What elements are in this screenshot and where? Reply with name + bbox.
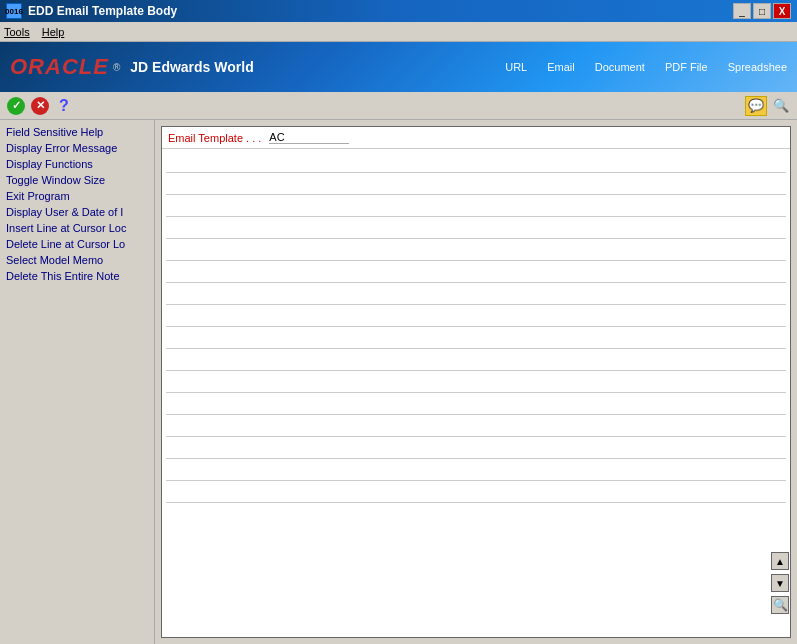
text-line[interactable] xyxy=(166,459,786,481)
sidebar-item-delete-line[interactable]: Delete Line at Cursor Lo xyxy=(2,236,152,252)
help-button[interactable]: ? xyxy=(54,96,74,116)
text-line[interactable] xyxy=(166,327,786,349)
sidebar-item-display-functions[interactable]: Display Functions xyxy=(2,156,152,172)
text-line[interactable] xyxy=(166,415,786,437)
sidebar-item-display-error-message[interactable]: Display Error Message xyxy=(2,140,152,156)
nav-email[interactable]: Email xyxy=(547,61,575,73)
text-line[interactable] xyxy=(166,239,786,261)
text-line[interactable] xyxy=(166,283,786,305)
text-line[interactable] xyxy=(166,349,786,371)
close-button[interactable]: X xyxy=(773,3,791,19)
sidebar-item-exit-program[interactable]: Exit Program xyxy=(2,188,152,204)
menu-tools[interactable]: Tools xyxy=(4,26,30,38)
form-section: Email Template . . . xyxy=(161,126,791,638)
text-line[interactable] xyxy=(166,195,786,217)
email-template-label: Email Template . . . xyxy=(168,132,261,144)
minimize-button[interactable]: _ xyxy=(733,3,751,19)
sidebar-item-display-user-date[interactable]: Display User & Date of I xyxy=(2,204,152,220)
jde-text: JD Edwards World xyxy=(130,59,253,75)
app-icon: 0016 xyxy=(6,3,22,19)
sidebar-item-field-sensitive-help[interactable]: Field Sensitive Help xyxy=(2,124,152,140)
nav-spreadsheet[interactable]: Spreadshee xyxy=(728,61,787,73)
menu-bar: Tools Help xyxy=(0,22,797,42)
top-right-icons: 💬 🔍 xyxy=(745,96,791,116)
email-template-input[interactable] xyxy=(269,131,349,144)
registered-mark: ® xyxy=(113,62,120,73)
oracle-header: ORACLE ® JD Edwards World URL Email Docu… xyxy=(0,42,797,92)
nav-url[interactable]: URL xyxy=(505,61,527,73)
email-template-row: Email Template . . . xyxy=(162,127,790,149)
oracle-logo: ORACLE ® JD Edwards World xyxy=(10,54,254,80)
text-line[interactable] xyxy=(166,173,786,195)
text-line[interactable] xyxy=(166,437,786,459)
confirm-button[interactable]: ✓ xyxy=(6,96,26,116)
question-icon: ? xyxy=(59,97,69,115)
main-container: Field Sensitive Help Display Error Messa… xyxy=(0,120,797,644)
cancel-button[interactable]: ✕ xyxy=(30,96,50,116)
menu-help[interactable]: Help xyxy=(42,26,65,38)
sidebar-item-delete-entire-note[interactable]: Delete This Entire Note xyxy=(2,268,152,284)
text-line[interactable] xyxy=(166,261,786,283)
text-lines-container xyxy=(162,149,790,505)
zoom-button[interactable]: 🔍 xyxy=(771,596,789,614)
toolbar: ✓ ✕ ? 💬 🔍 xyxy=(0,92,797,120)
text-line[interactable] xyxy=(166,371,786,393)
check-icon: ✓ xyxy=(7,97,25,115)
scroll-down-button[interactable]: ▼ xyxy=(771,574,789,592)
title-bar: 0016 EDD Email Template Body _ □ X xyxy=(0,0,797,22)
x-icon: ✕ xyxy=(31,97,49,115)
window-controls: _ □ X xyxy=(733,3,791,19)
oracle-text: ORACLE xyxy=(10,54,109,80)
nav-document[interactable]: Document xyxy=(595,61,645,73)
chat-icon[interactable]: 💬 xyxy=(745,96,767,116)
content-area: Email Template . . . xyxy=(155,120,797,644)
text-line[interactable] xyxy=(166,305,786,327)
sidebar-item-insert-line[interactable]: Insert Line at Cursor Loc xyxy=(2,220,152,236)
sidebar-item-toggle-window-size[interactable]: Toggle Window Size xyxy=(2,172,152,188)
window-title: EDD Email Template Body xyxy=(28,4,177,18)
sidebar-item-select-model-memo[interactable]: Select Model Memo xyxy=(2,252,152,268)
right-scroll-buttons: ▲ ▼ 🔍 xyxy=(771,552,789,614)
search-icon[interactable]: 🔍 xyxy=(771,96,791,116)
header-nav: URL Email Document PDF File Spreadshee xyxy=(505,61,787,73)
scroll-up-button[interactable]: ▲ xyxy=(771,552,789,570)
nav-pdf[interactable]: PDF File xyxy=(665,61,708,73)
text-line[interactable] xyxy=(166,393,786,415)
sidebar: Field Sensitive Help Display Error Messa… xyxy=(0,120,155,644)
maximize-button[interactable]: □ xyxy=(753,3,771,19)
text-line[interactable] xyxy=(166,217,786,239)
text-line[interactable] xyxy=(166,151,786,173)
text-line[interactable] xyxy=(166,481,786,503)
